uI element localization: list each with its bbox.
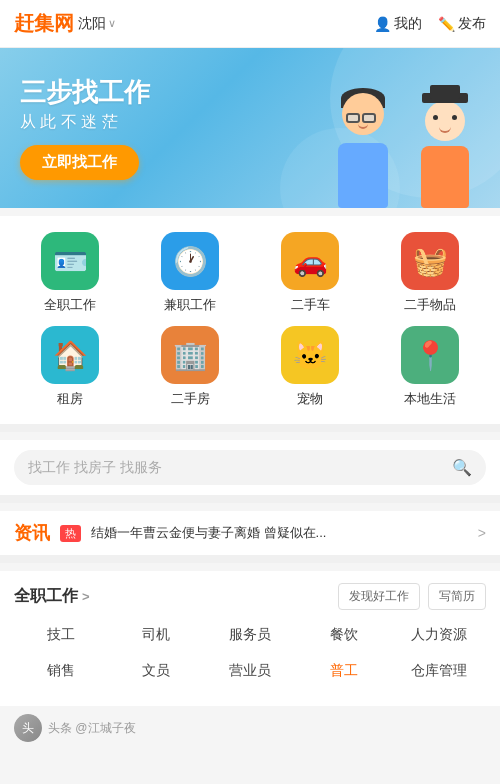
search-section: 找工作 找房子 找服务 🔍 <box>0 440 500 495</box>
job-section: 全职工作 > 发现好工作 写简历 技工 司机 服务员 餐饮 人力资源 销售 文员… <box>0 571 500 706</box>
category-fulltime[interactable]: 🪪 全职工作 <box>10 232 130 314</box>
pet-icon: 🐱 <box>281 326 339 384</box>
category-used-car[interactable]: 🚗 二手车 <box>250 232 370 314</box>
category-parttime[interactable]: 🕐 兼职工作 <box>130 232 250 314</box>
char2-body <box>421 146 469 208</box>
category-pet[interactable]: 🐱 宠物 <box>250 326 370 408</box>
hot-badge: 热 <box>60 525 81 542</box>
pet-label: 宠物 <box>297 390 323 408</box>
banner-cta-button[interactable]: 立即找工作 <box>20 145 139 180</box>
edit-icon: ✏️ <box>438 16 455 32</box>
job-tag-clerk[interactable]: 文员 <box>108 658 202 684</box>
char2-eye-right <box>452 115 457 120</box>
banner-illustration <box>325 88 480 208</box>
job-tag-hr[interactable]: 人力资源 <box>392 622 486 648</box>
job-section-actions: 发现好工作 写简历 <box>338 583 486 610</box>
category-used-goods[interactable]: 🧺 二手物品 <box>370 232 490 314</box>
rent-label: 租房 <box>57 390 83 408</box>
used-goods-icon: 🧺 <box>401 232 459 290</box>
search-icon: 🔍 <box>452 458 472 477</box>
used-car-label: 二手车 <box>291 296 330 314</box>
rent-icon: 🏠 <box>41 326 99 384</box>
job-tag-general-worker[interactable]: 普工 <box>297 658 391 684</box>
char1-body <box>338 143 388 208</box>
my-label: 我的 <box>394 15 422 33</box>
hero-banner: 三步找工作 从 此 不 迷 茫 立即找工作 <box>0 48 500 208</box>
fulltime-icon: 🪪 <box>41 232 99 290</box>
local-life-label: 本地生活 <box>404 390 456 408</box>
fulltime-label: 全职工作 <box>44 296 96 314</box>
char1-glasses <box>346 113 376 123</box>
author-avatar: 头 <box>14 714 42 742</box>
footer-info: 头 头条 @江城子夜 <box>0 706 500 750</box>
news-text: 结婚一年曹云金便与妻子离婚 曾疑似在... <box>91 524 468 542</box>
publish-button[interactable]: ✏️ 发布 <box>438 15 486 33</box>
divider-3 <box>0 555 500 563</box>
city-selector[interactable]: 沈阳 ∨ <box>78 15 116 33</box>
divider-1 <box>0 424 500 432</box>
app-header: 赶集网 沈阳 ∨ 👤 我的 ✏️ 发布 <box>0 0 500 48</box>
news-bar[interactable]: 资讯 热 结婚一年曹云金便与妻子离婚 曾疑似在... > <box>0 511 500 555</box>
job-tags: 技工 司机 服务员 餐饮 人力资源 销售 文员 营业员 普工 仓库管理 <box>14 622 486 694</box>
banner-content: 三步找工作 从 此 不 迷 茫 立即找工作 <box>20 76 150 180</box>
job-section-header: 全职工作 > 发现好工作 写简历 <box>14 583 486 610</box>
job-tag-salesperson[interactable]: 营业员 <box>203 658 297 684</box>
find-good-job-button[interactable]: 发现好工作 <box>338 583 420 610</box>
category-rent[interactable]: 🏠 租房 <box>10 326 130 408</box>
city-arrow-icon: ∨ <box>108 17 116 30</box>
banner-subtitle: 从 此 不 迷 茫 <box>20 112 150 133</box>
write-resume-button[interactable]: 写简历 <box>428 583 486 610</box>
app-logo[interactable]: 赶集网 <box>14 10 74 37</box>
job-tag-catering[interactable]: 餐饮 <box>297 622 391 648</box>
job-section-title-group[interactable]: 全职工作 > <box>14 586 90 607</box>
search-placeholder-text: 找工作 找房子 找服务 <box>28 459 444 477</box>
job-tag-sales[interactable]: 销售 <box>14 658 108 684</box>
job-tag-technician[interactable]: 技工 <box>14 622 108 648</box>
divider-2 <box>0 495 500 503</box>
used-goods-label: 二手物品 <box>404 296 456 314</box>
category-used-house[interactable]: 🏢 二手房 <box>130 326 250 408</box>
news-arrow-icon: > <box>478 525 486 541</box>
header-left: 赶集网 沈阳 ∨ <box>14 10 116 37</box>
char1-head <box>342 93 384 135</box>
search-input-wrap[interactable]: 找工作 找房子 找服务 🔍 <box>14 450 486 485</box>
banner-title: 三步找工作 <box>20 76 150 110</box>
char1-mouth <box>358 124 368 129</box>
category-grid: 🪪 全职工作 🕐 兼职工作 🚗 二手车 🧺 二手物品 🏠 租房 🏢 二手房 🐱 … <box>0 216 500 424</box>
used-car-icon: 🚗 <box>281 232 339 290</box>
city-name: 沈阳 <box>78 15 106 33</box>
author-label: 头条 @江城子夜 <box>48 720 136 737</box>
used-house-icon: 🏢 <box>161 326 219 384</box>
news-label: 资讯 <box>14 521 50 545</box>
local-life-icon: 📍 <box>401 326 459 384</box>
char2-mouth <box>439 127 451 133</box>
my-button[interactable]: 👤 我的 <box>374 15 422 33</box>
character-2 <box>410 93 480 208</box>
job-tag-warehouse[interactable]: 仓库管理 <box>392 658 486 684</box>
char2-head <box>425 101 465 141</box>
char2-cap-top <box>430 85 460 99</box>
used-house-label: 二手房 <box>171 390 210 408</box>
parttime-label: 兼职工作 <box>164 296 216 314</box>
person-icon: 👤 <box>374 16 391 32</box>
character-1 <box>325 88 400 208</box>
parttime-icon: 🕐 <box>161 232 219 290</box>
job-section-title-text: 全职工作 <box>14 586 78 607</box>
job-tag-driver[interactable]: 司机 <box>108 622 202 648</box>
job-tag-row-1: 技工 司机 服务员 餐饮 人力资源 <box>14 622 486 648</box>
job-tag-waiter[interactable]: 服务员 <box>203 622 297 648</box>
char2-eye-left <box>433 115 438 120</box>
publish-label: 发布 <box>458 15 486 33</box>
job-section-title-arrow: > <box>82 589 90 604</box>
header-right: 👤 我的 ✏️ 发布 <box>374 15 486 33</box>
category-local-life[interactable]: 📍 本地生活 <box>370 326 490 408</box>
job-tag-row-2: 销售 文员 营业员 普工 仓库管理 <box>14 658 486 684</box>
